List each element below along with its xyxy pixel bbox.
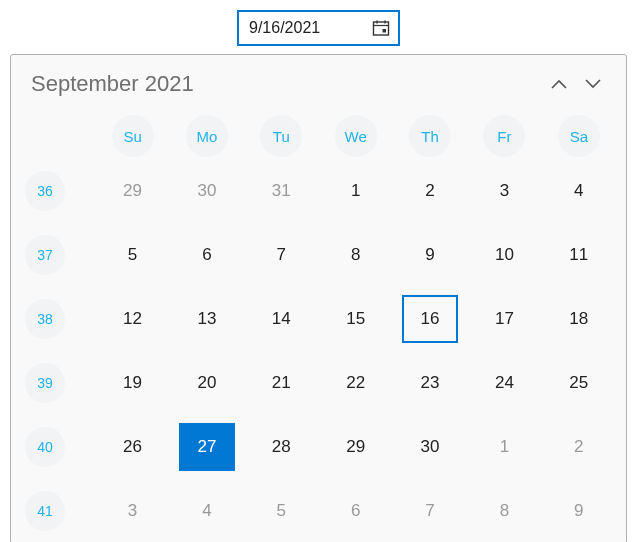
day-number: 6	[179, 231, 235, 279]
day-header: Su	[95, 113, 169, 159]
day-cell[interactable]: 2	[393, 159, 467, 223]
day-cell[interactable]: 13	[170, 287, 244, 351]
day-header-label: Th	[409, 115, 451, 157]
week-number-label: 38	[25, 299, 65, 339]
day-number: 16	[402, 295, 458, 343]
day-cell[interactable]: 14	[244, 287, 318, 351]
day-cell[interactable]: 19	[95, 351, 169, 415]
day-cell[interactable]: 11	[542, 223, 616, 287]
svg-rect-0	[374, 22, 389, 35]
day-number: 12	[105, 295, 161, 343]
day-cell[interactable]: 7	[393, 479, 467, 542]
day-number: 3	[105, 487, 161, 535]
day-header-label: Fr	[483, 115, 525, 157]
day-header-label: We	[335, 115, 377, 157]
day-number: 30	[402, 423, 458, 471]
day-number: 8	[328, 231, 384, 279]
day-cell[interactable]: 7	[244, 223, 318, 287]
day-cell[interactable]: 30	[393, 415, 467, 479]
day-cell[interactable]: 23	[393, 351, 467, 415]
day-cell[interactable]: 9	[393, 223, 467, 287]
prev-month-button[interactable]	[542, 69, 576, 99]
week-number: 36	[21, 159, 95, 223]
day-number: 2	[551, 423, 607, 471]
day-number: 3	[476, 167, 532, 215]
day-number: 2	[402, 167, 458, 215]
day-cell[interactable]: 1	[467, 415, 541, 479]
day-number: 9	[402, 231, 458, 279]
day-cell[interactable]: 31	[244, 159, 318, 223]
day-cell[interactable]: 4	[170, 479, 244, 542]
day-cell[interactable]: 12	[95, 287, 169, 351]
week-number-label: 41	[25, 491, 65, 531]
week-number: 41	[21, 479, 95, 542]
date-input-value: 9/16/2021	[249, 19, 372, 37]
day-number: 24	[476, 359, 532, 407]
day-cell[interactable]: 26	[95, 415, 169, 479]
day-number: 4	[551, 167, 607, 215]
day-cell[interactable]: 29	[95, 159, 169, 223]
day-cell[interactable]: 5	[244, 479, 318, 542]
header-corner	[21, 113, 95, 159]
day-cell[interactable]: 25	[542, 351, 616, 415]
day-cell[interactable]: 2	[542, 415, 616, 479]
day-cell[interactable]: 16	[393, 287, 467, 351]
day-cell[interactable]: 27	[170, 415, 244, 479]
day-number: 27	[179, 423, 235, 471]
day-number: 1	[328, 167, 384, 215]
day-cell[interactable]: 15	[319, 287, 393, 351]
day-cell[interactable]: 29	[319, 415, 393, 479]
day-header-label: Mo	[186, 115, 228, 157]
day-cell[interactable]: 8	[319, 223, 393, 287]
day-number: 6	[328, 487, 384, 535]
day-cell[interactable]: 6	[319, 479, 393, 542]
day-number: 17	[476, 295, 532, 343]
next-month-button[interactable]	[576, 69, 610, 99]
day-number: 5	[105, 231, 161, 279]
day-cell[interactable]: 9	[542, 479, 616, 542]
day-cell[interactable]: 3	[95, 479, 169, 542]
day-cell[interactable]: 24	[467, 351, 541, 415]
day-cell[interactable]: 10	[467, 223, 541, 287]
chevron-down-icon	[583, 77, 603, 91]
day-number: 18	[551, 295, 607, 343]
week-number-label: 39	[25, 363, 65, 403]
day-cell[interactable]: 30	[170, 159, 244, 223]
day-number: 7	[402, 487, 458, 535]
day-header: We	[319, 113, 393, 159]
day-header: Th	[393, 113, 467, 159]
day-cell[interactable]: 4	[542, 159, 616, 223]
calendar-grid: SuMoTuWeThFrSa36293031123437567891011381…	[21, 113, 616, 542]
day-number: 15	[328, 295, 384, 343]
day-header-label: Sa	[558, 115, 600, 157]
date-input[interactable]: 9/16/2021	[237, 10, 400, 46]
week-number-label: 36	[25, 171, 65, 211]
day-number: 31	[253, 167, 309, 215]
day-cell[interactable]: 1	[319, 159, 393, 223]
day-cell[interactable]: 17	[467, 287, 541, 351]
day-number: 5	[253, 487, 309, 535]
day-cell[interactable]: 3	[467, 159, 541, 223]
week-number-label: 40	[25, 427, 65, 467]
day-number: 26	[105, 423, 161, 471]
calendar-icon[interactable]	[372, 19, 390, 37]
day-header-label: Tu	[260, 115, 302, 157]
day-number: 13	[179, 295, 235, 343]
day-number: 23	[402, 359, 458, 407]
day-cell[interactable]: 6	[170, 223, 244, 287]
calendar-title[interactable]: September 2021	[31, 71, 542, 97]
day-number: 20	[179, 359, 235, 407]
day-cell[interactable]: 21	[244, 351, 318, 415]
chevron-up-icon	[549, 77, 569, 91]
day-cell[interactable]: 22	[319, 351, 393, 415]
day-cell[interactable]: 20	[170, 351, 244, 415]
day-cell[interactable]: 28	[244, 415, 318, 479]
day-number: 8	[476, 487, 532, 535]
day-cell[interactable]: 18	[542, 287, 616, 351]
day-cell[interactable]: 8	[467, 479, 541, 542]
day-header-label: Su	[112, 115, 154, 157]
day-number: 22	[328, 359, 384, 407]
day-number: 29	[105, 167, 161, 215]
day-number: 10	[476, 231, 532, 279]
day-cell[interactable]: 5	[95, 223, 169, 287]
